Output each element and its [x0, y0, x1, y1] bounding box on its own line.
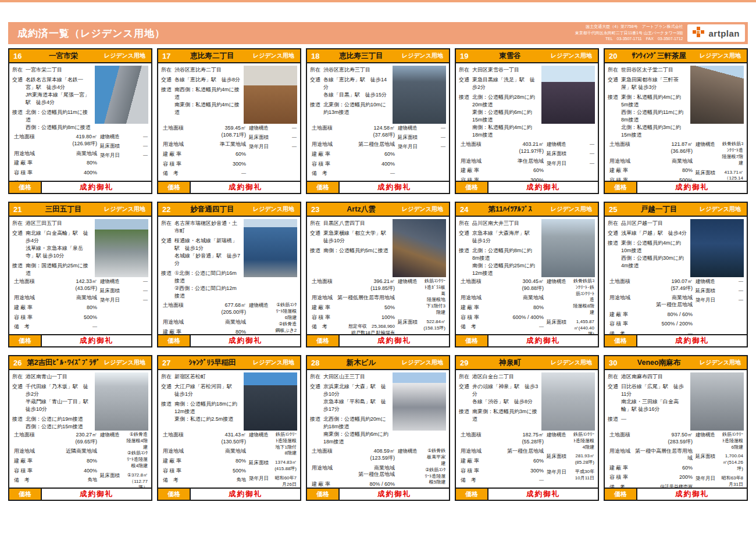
property-card: 23 Artz八雲 レジデンス用地 所在 目黒区八雲四丁目 交通 東急東横線「都…	[306, 202, 450, 347]
land-area-value: 403.21㎡ (121.97坪)	[482, 141, 544, 155]
transport-row: 交通 浅草線「戸越」駅 徒歩4分	[608, 230, 687, 237]
property-photo	[393, 66, 446, 124]
card-title-bar: 25 戸越一丁目 レジデンス用地	[604, 202, 748, 217]
floor-area-ratio-value: 400%	[330, 161, 395, 168]
floor-area-ratio-value: 500%	[33, 314, 97, 321]
transport-row: 交通 千代田線「乃木坂」駅 徒歩2分 半蔵門線「青山一丁目」駅 徒歩10分	[12, 383, 92, 413]
card-body: 所在 港区白金台二丁目 交通 井の頭線「神泉」駅 徒歩3分 各線「渋谷」駅 徒歩…	[455, 370, 599, 488]
price-band: 価格 成約御礼	[455, 181, 599, 194]
card-title-bar: 17 恵比寿二丁目 レジデンス用地	[157, 48, 301, 63]
zoning-row: 用途地域 第一種低層住居専用地域	[312, 295, 395, 302]
property-photo	[541, 66, 595, 124]
location-row: 所在 品川区戸越一丁目	[608, 220, 687, 227]
price-label: 価格	[605, 182, 637, 193]
transport-row: 交通 井の頭線「神泉」駅 徒歩3分 各線「渋谷」駅 徒歩8分	[459, 383, 539, 406]
build-date-label: 築年月日	[100, 297, 126, 303]
card-property-name: 東雪谷	[473, 51, 547, 61]
price-label: 価格	[456, 335, 488, 346]
land-area-label: 土地面積	[163, 302, 184, 309]
price-value: 成約御礼	[191, 182, 300, 193]
coverage-ratio-label: 建 蔽 率	[312, 481, 330, 488]
land-details-column: 土地面積 124.58㎡ (37.68坪) 用途地域 第二種住居地域 建 蔽 率…	[310, 125, 395, 180]
coverage-ratio-row: 建 蔽 率 80%	[14, 304, 97, 311]
card-body: 所在 港区南麻布四丁目 交通 日比谷線「広尾」駅 徒歩11分 南北線・三田線「白…	[604, 370, 748, 488]
build-date-value: 昭和60年7月26日	[274, 475, 297, 488]
land-area-value: 142.33㎡ (43.05坪)	[35, 278, 97, 292]
land-area-row: 土地面積 419.80㎡ (126.98坪)	[14, 134, 97, 147]
land-area-value: 677.68㎡ (205.00坪)	[184, 302, 246, 316]
coverage-ratio-value: 50%	[330, 304, 395, 311]
property-photo	[393, 372, 446, 431]
land-area-row: 土地面積 403.21㎡ (121.97坪)	[461, 141, 544, 155]
remarks-label: 備 考	[461, 477, 476, 484]
transport-value: 日比谷線「広尾」駅 徒歩11分 南北線・三田線「白金高輪」駅 徒歩16分	[621, 383, 687, 413]
location-value: 港区白金台二丁目	[472, 373, 539, 381]
road-access-value: 東側：公道幅員約4mに約10m接道 西側：公道幅員約30mに約4m接道	[621, 239, 687, 270]
structure-row: 建物構造 ①鉄骨造陸屋根4階建 ②鉄筋ｺﾝｸﾘｰﾄ造陸屋根4階建	[100, 432, 148, 470]
build-date-value: ―	[721, 297, 743, 303]
total-floor-area-value: 1,455.87㎡(440.40坪)	[572, 319, 594, 334]
card-title-bar: 27 ｼｬﾝｸﾞﾘﾗ早稲田 レジデンス用地	[157, 355, 301, 370]
card-body: 所在 品川区戸越一丁目 交通 浅草線「戸越」駅 徒歩4分 接道 東側：公道幅員約…	[604, 217, 748, 334]
price-value: 成約御礼	[191, 335, 300, 346]
remarks-label: 備 考	[609, 331, 625, 334]
coverage-ratio-row: 建 蔽 率 80%	[163, 329, 246, 334]
price-value: 成約御礼	[340, 182, 449, 193]
price-band: 価格 成約御礼	[157, 334, 301, 347]
location-value: 港区南青山一丁目	[26, 373, 92, 381]
transport-row: 交通 南北線「白金高輪」駅 徒歩4分 浅草線・京急本線「泉岳寺」駅 徒歩10分	[12, 230, 92, 260]
zoning-label: 用途地域	[163, 319, 184, 326]
land-area-value: 124.58㎡ (37.68坪)	[333, 125, 395, 138]
land-details-column: 土地面積 403.21㎡ (121.97坪) 用途地域 準住居地域 建 蔽 率 …	[459, 141, 544, 181]
zoning-label: 用途地域	[461, 295, 482, 302]
road-access-label: 接道	[608, 94, 621, 139]
road-access-row: 接道 北側：公道幅員約11mに接道 西側：公道幅員約8mに接道	[12, 109, 92, 131]
structure-label: 建物構造	[696, 278, 721, 285]
artplan-logo-icon	[693, 27, 705, 40]
land-area-label: 土地面積	[312, 125, 333, 132]
coverage-ratio-value: 80%	[181, 458, 246, 465]
price-band: 価格 成約御礼	[8, 488, 152, 501]
price-label: 価格	[307, 489, 340, 500]
remarks-label: 備 考	[312, 170, 327, 177]
road-access-label: 接道	[161, 270, 174, 300]
coverage-ratio-row: 建 蔽 率 80%	[163, 458, 246, 465]
building-details-column: 建物構造 ― 延床面積 ― 築年月日 ―	[246, 125, 297, 180]
zoning-row: 用途地域 商業地域	[163, 448, 246, 455]
land-area-row: 土地面積 677.68㎡ (205.00坪)	[163, 302, 246, 316]
zoning-value: 第一種住居地域	[482, 448, 544, 455]
floor-area-ratio-value: 300%	[181, 161, 246, 168]
property-info-mid: 土地面積 190.07㎡ (57.49坪) 用途地域 商業地域 第一種住居地域 …	[608, 278, 743, 334]
structure-row: 建物構造 鉄筋ｺﾝｸﾘｰﾄ造ｶﾞﾗｽ板葺 陸屋根地下1階付3階建	[398, 278, 445, 316]
location-value: 名古屋市瑞穂区妙音通・土市町	[174, 220, 241, 235]
total-floor-area-label: 延床面積	[249, 134, 274, 141]
location-label: 所在	[608, 220, 621, 227]
card-body: 所在 目黒区八雲四丁目 交通 東急東横線「都立大学」駅 徒歩10分 接道 南側：…	[306, 217, 450, 334]
remarks-value: 角地	[179, 477, 246, 483]
card-title-bar: 28 新木ビル レジデンス用地	[306, 355, 450, 370]
structure-value: ①鉄筋ｺﾝｸﾘｰﾄ陸屋根6階建 ②鉄骨造鋼板ぶき2階建	[274, 302, 297, 334]
price-value: 成約御礼	[488, 335, 598, 346]
property-photo	[244, 372, 297, 431]
land-area-row: 土地面積 121.87㎡ (36.86坪)	[609, 141, 693, 155]
card-category-tag: レジデンス用地	[398, 205, 449, 213]
location-label: 所在	[161, 220, 174, 235]
coverage-ratio-value: 80%	[33, 160, 97, 167]
structure-label: 建物構造	[249, 432, 274, 438]
floor-area-ratio-value: 300%	[479, 468, 544, 475]
total-floor-area-label: 延床面積	[696, 170, 721, 176]
location-value: 港区三田五丁目	[26, 220, 92, 227]
remarks-value: ―	[476, 324, 544, 329]
zoning-label: 用途地域	[163, 141, 184, 148]
transport-row: 交通 東急東横線「都立大学」駅 徒歩10分	[310, 230, 390, 245]
road-access-row: 接道 南側：公道幅員約18mに約12m接道 東側：私道に約2.5m接道	[161, 400, 241, 423]
land-area-label: 土地面積	[609, 141, 630, 148]
structure-row: 建物構造 ―	[696, 278, 743, 285]
coverage-ratio-row: 建 蔽 率 60%	[312, 151, 395, 158]
price-label: 価格	[605, 335, 637, 346]
property-card: 25 戸越一丁目 レジデンス用地 所在 品川区戸越一丁目 交通 浅草線「戸越」駅…	[604, 202, 748, 347]
remarks-row: 備 考 信託受益権売買	[609, 484, 693, 488]
remarks-value: ―	[30, 180, 97, 181]
structure-row: 建物構造 鉄骨鉄筋ｺﾝｸﾘｰﾄ造 陸屋根7階建	[696, 141, 743, 166]
total-floor-area-value: ―	[572, 150, 594, 157]
